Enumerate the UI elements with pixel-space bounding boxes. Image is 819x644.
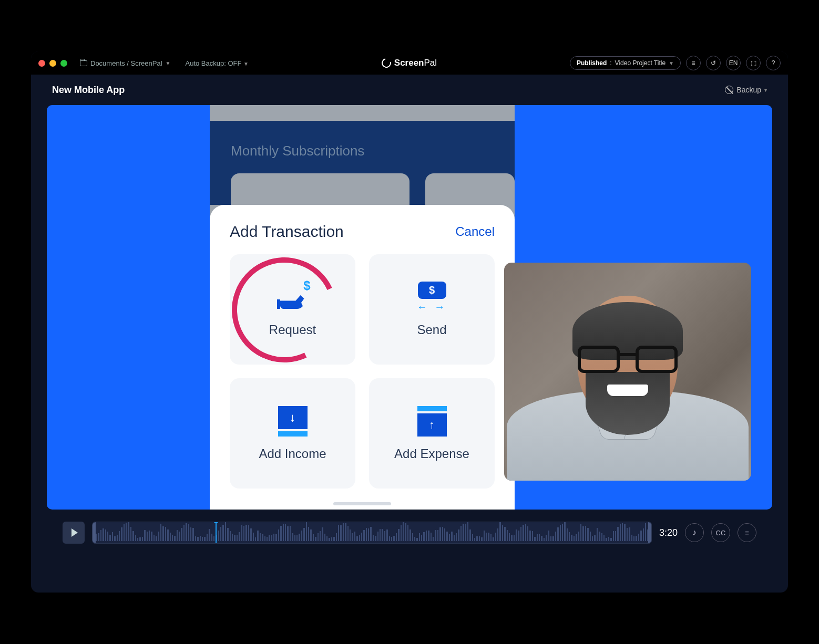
timeline-menu-button[interactable]: ≡ bbox=[738, 523, 756, 542]
send-icon: $ ← → bbox=[414, 282, 451, 313]
breadcrumb[interactable]: Documents / ScreenPal ▼ bbox=[80, 59, 170, 67]
chevron-down-icon: ▼ bbox=[669, 60, 674, 66]
modal-title: Add Transaction bbox=[230, 223, 344, 241]
chevron-down-icon: ▾ bbox=[764, 87, 767, 93]
play-icon bbox=[71, 528, 78, 537]
playlist-button[interactable]: ≡ bbox=[686, 56, 701, 70]
project-title: New Mobile App bbox=[52, 85, 125, 96]
tx-income-card[interactable]: ↓ Add Income bbox=[230, 378, 355, 489]
app-logo: ScreenPal bbox=[382, 58, 437, 68]
layers-icon: ⬚ bbox=[751, 59, 756, 67]
stage-wrap: Monthly Subscriptions Add Transaction Ca… bbox=[31, 105, 788, 593]
logo-swirl-icon bbox=[380, 57, 393, 70]
play-button[interactable] bbox=[63, 522, 85, 544]
trim-handle-right[interactable] bbox=[648, 522, 651, 543]
sheet-handle[interactable] bbox=[333, 502, 391, 505]
tx-expense-card[interactable]: ↑ Add Expense bbox=[369, 378, 495, 489]
logo-text-b: Pal bbox=[424, 58, 437, 68]
presenter-person bbox=[504, 263, 751, 481]
breadcrumb-text: Documents / ScreenPal bbox=[90, 59, 162, 67]
folder-icon bbox=[80, 60, 87, 66]
disabled-icon bbox=[725, 86, 733, 94]
music-icon: ♪ bbox=[692, 528, 697, 537]
cc-label: CC bbox=[716, 529, 726, 537]
publish-label: Published bbox=[577, 59, 607, 67]
expense-icon: ↑ bbox=[414, 406, 451, 437]
autobackup-state: OFF bbox=[228, 59, 241, 67]
logo-text-a: Screen bbox=[394, 58, 424, 68]
language-button[interactable]: EN bbox=[726, 56, 741, 70]
window-controls bbox=[38, 60, 67, 67]
tx-send-card[interactable]: $ ← → Send bbox=[369, 254, 495, 365]
timeline: 1:08.00 3:20 ♪ CC ≡ bbox=[63, 517, 756, 548]
chevron-down-icon: ▼ bbox=[166, 60, 171, 66]
language-label: EN bbox=[729, 59, 738, 67]
tx-request-card[interactable]: $ Request bbox=[230, 254, 355, 365]
income-icon: ↓ bbox=[274, 406, 311, 437]
tx-label: Send bbox=[417, 323, 446, 337]
music-button[interactable]: ♪ bbox=[685, 523, 704, 542]
tx-label: Add Expense bbox=[394, 446, 469, 461]
minimize-window-button[interactable] bbox=[49, 60, 56, 67]
playlist-icon: ≡ bbox=[691, 59, 695, 67]
title-row: New Mobile App Backup ▾ bbox=[31, 75, 788, 105]
cancel-button[interactable]: Cancel bbox=[455, 224, 495, 239]
history-button[interactable]: ↺ bbox=[706, 56, 721, 70]
webcam-overlay[interactable] bbox=[504, 263, 751, 481]
menu-icon: ≡ bbox=[745, 529, 749, 537]
section-heading: Monthly Subscriptions bbox=[231, 143, 364, 159]
help-button[interactable]: ? bbox=[766, 56, 781, 70]
publish-dropdown[interactable]: Published: Video Project Title ▼ bbox=[570, 56, 681, 70]
app-window: Documents / ScreenPal ▼ Auto Backup: OFF… bbox=[31, 51, 788, 593]
help-icon: ? bbox=[772, 59, 775, 67]
layers-button[interactable]: ⬚ bbox=[746, 56, 761, 70]
tx-label: Add Income bbox=[259, 446, 326, 461]
request-icon: $ bbox=[274, 282, 311, 313]
timeline-track[interactable]: 1:08.00 bbox=[92, 522, 652, 544]
chevron-down-icon: ▼ bbox=[243, 61, 249, 67]
autobackup-label: Auto Backup: bbox=[185, 59, 228, 67]
captions-button[interactable]: CC bbox=[711, 523, 730, 542]
backup-button[interactable]: Backup ▾ bbox=[725, 86, 767, 94]
annotation-circle bbox=[217, 243, 352, 377]
waveform bbox=[93, 522, 651, 543]
menubar: Documents / ScreenPal ▼ Auto Backup: OFF… bbox=[31, 51, 788, 75]
publish-title: Video Project Title bbox=[615, 59, 666, 67]
close-window-button[interactable] bbox=[38, 60, 45, 67]
playhead[interactable] bbox=[216, 522, 217, 544]
add-transaction-modal: Add Transaction Cancel $ Request $ bbox=[210, 205, 515, 510]
duration-label: 3:20 bbox=[659, 527, 678, 538]
maximize-window-button[interactable] bbox=[60, 60, 67, 67]
history-icon: ↺ bbox=[711, 59, 716, 67]
video-stage[interactable]: Monthly Subscriptions Add Transaction Ca… bbox=[47, 105, 772, 510]
backup-label: Backup bbox=[736, 86, 761, 94]
autobackup-toggle[interactable]: Auto Backup: OFF ▼ bbox=[185, 59, 248, 67]
